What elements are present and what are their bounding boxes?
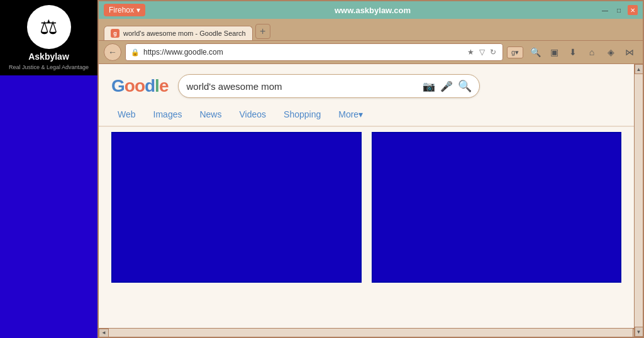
new-tab-button[interactable]: +	[255, 24, 270, 39]
search-header: Goodle world's awesome mom 📷 🎤 🔍	[99, 64, 634, 103]
scrollbar-right: ▲ ▼	[634, 64, 643, 337]
nav-item-videos[interactable]: Videos	[233, 106, 272, 123]
title-bar-left: Firehox ▾	[104, 4, 145, 16]
firefox-label: Firehox	[109, 6, 134, 14]
tab-label: world's awesome mom - Goodle Search	[123, 30, 246, 37]
nav-item-images[interactable]: Images	[147, 106, 189, 123]
scroll-h-track	[109, 329, 633, 337]
profile-button[interactable]: g▾	[507, 46, 523, 58]
nav-item-web[interactable]: Web	[111, 106, 142, 123]
scales-icon: ⚖	[40, 15, 58, 39]
logo-name: Askbylaw	[28, 52, 69, 62]
logo-letter-e: e	[159, 76, 169, 95]
result-image-2	[372, 132, 622, 283]
lock-icon: 🔒	[131, 48, 140, 57]
window-controls: — □ ✕	[600, 5, 638, 15]
microphone-icon[interactable]: 🎤	[440, 80, 453, 92]
refresh-button[interactable]: ↻	[489, 46, 497, 58]
title-bar: Firehox ▾ www.askbylaw.com — □ ✕	[99, 1, 643, 19]
google-content: Goodle world's awesome mom 📷 🎤 🔍 Web Ima…	[99, 64, 634, 328]
nav-bar: ← 🔒 https://www.goodle.com ★ ▽ ↻ g▾ 🔍 ▣ …	[99, 40, 643, 64]
firefox-dropdown-icon: ▾	[136, 6, 140, 14]
back-icon: ←	[108, 47, 117, 57]
title-bar-url: www.askbylaw.com	[145, 6, 600, 15]
scroll-up-button[interactable]: ▲	[635, 64, 643, 74]
tab-favicon: g	[111, 29, 119, 38]
menu-button[interactable]: ⋈	[621, 44, 638, 60]
bookmark-star-button[interactable]: ★	[466, 46, 475, 58]
logo-letter-d: d	[145, 76, 155, 95]
nav-item-shopping[interactable]: Shopping	[277, 106, 327, 123]
results-area	[99, 127, 634, 288]
firefox-menu-button[interactable]: Firehox ▾	[104, 4, 145, 16]
search-query-text: world's awesome mom	[186, 81, 418, 92]
layout-button[interactable]: ▣	[546, 44, 562, 60]
logo-letter-o2: o	[135, 76, 145, 95]
search-tool-button[interactable]: 🔍	[527, 44, 543, 60]
bookmark-dropdown-button[interactable]: ▽	[478, 46, 486, 58]
logo-letter-o1: o	[125, 76, 135, 95]
logo-letter-g: G	[111, 76, 125, 95]
minimize-button[interactable]: —	[600, 5, 610, 15]
profile-icon: g	[511, 48, 515, 56]
close-button[interactable]: ✕	[628, 5, 638, 15]
url-actions: ★ ▽ ↻	[466, 46, 497, 58]
browser-window: Firehox ▾ www.askbylaw.com — □ ✕ g world…	[97, 0, 644, 338]
tab-bar: g world's awesome mom - Goodle Search +	[99, 19, 643, 40]
nav-item-news[interactable]: News	[193, 106, 228, 123]
google-logo: Goodle	[111, 76, 168, 96]
nav-item-more[interactable]: More▾	[332, 106, 369, 123]
search-nav: Web Images News Videos Shopping More▾	[99, 103, 634, 127]
browser-tab[interactable]: g world's awesome mom - Goodle Search	[104, 26, 253, 40]
restore-button[interactable]: □	[614, 5, 624, 15]
logo-tagline: Real Justice & Legal Advantage	[9, 64, 89, 70]
home-button[interactable]: ⌂	[584, 44, 600, 60]
logo-circle: ⚖	[27, 5, 71, 49]
result-image-1	[111, 132, 362, 283]
extensions-button[interactable]: ◈	[602, 44, 619, 60]
back-button[interactable]: ←	[104, 43, 121, 61]
scroll-left-button[interactable]: ◄	[99, 329, 109, 337]
content-area: ▲ ▼ Goodle world's awesome mom 📷 🎤 🔍	[99, 64, 643, 337]
url-text: https://www.goodle.com	[143, 48, 462, 57]
camera-search-icon[interactable]: 📷	[423, 80, 435, 92]
search-submit-icon[interactable]: 🔍	[458, 79, 472, 93]
download-button[interactable]: ⬇	[565, 44, 581, 60]
scrollbar-bottom: ◄ ►	[99, 328, 643, 337]
scroll-down-button[interactable]: ▼	[635, 327, 643, 337]
search-box[interactable]: world's awesome mom 📷 🎤 🔍	[178, 74, 480, 98]
logo-letter-l: l	[155, 76, 159, 95]
url-bar[interactable]: 🔒 https://www.goodle.com ★ ▽ ↻	[125, 43, 503, 61]
sidebar-logo: ⚖ Askbylaw Real Justice & Legal Advantag…	[0, 0, 97, 75]
nav-tools: 🔍 ▣ ⬇ ⌂ ◈ ⋈	[527, 44, 638, 60]
